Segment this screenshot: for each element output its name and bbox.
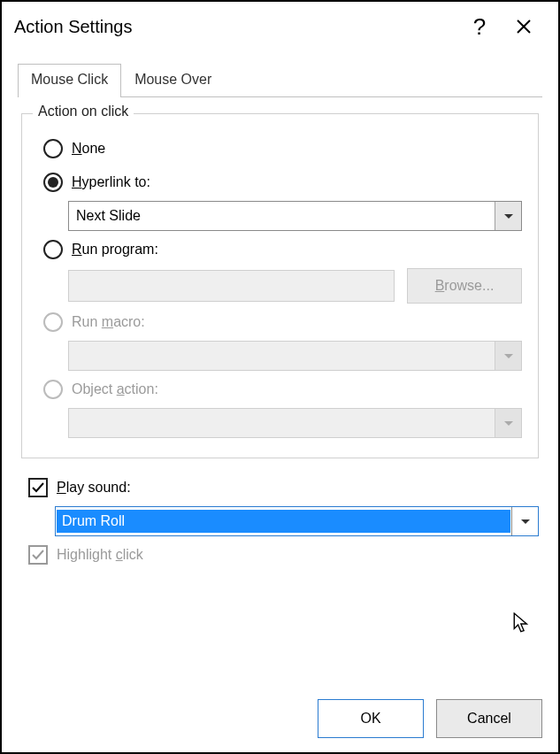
hyperlink-combo-row: Next Slide	[27, 201, 522, 231]
play-sound-row: Play sound:	[21, 473, 539, 503]
run-macro-combo-row	[27, 341, 522, 371]
tab-mouse-click[interactable]: Mouse Click	[18, 64, 121, 97]
object-action-select	[68, 408, 522, 438]
label-hyperlink: Hyperlink to:	[72, 174, 150, 190]
ok-button[interactable]: OK	[318, 699, 424, 738]
radio-none[interactable]	[43, 139, 63, 158]
checkmark-icon	[31, 481, 45, 495]
option-run-program-row: Run program:	[27, 235, 522, 265]
play-sound-value: Drum Roll	[57, 510, 510, 533]
label-none: None	[72, 141, 105, 157]
chevron-down-icon	[504, 214, 513, 219]
label-highlight-click: Highlight click	[57, 547, 143, 563]
highlight-click-row: Highlight click	[21, 540, 539, 570]
option-object-action-row: Object action:	[27, 374, 522, 404]
run-program-input-row: Browse...	[27, 268, 522, 304]
help-button[interactable]: ?	[457, 9, 502, 44]
play-sound-dropdown-button[interactable]	[511, 507, 538, 535]
run-program-path-field	[68, 270, 395, 302]
titlebar: Action Settings ?	[2, 2, 558, 50]
action-on-click-group: Action on click None Hyperlink to: Next …	[21, 113, 539, 458]
action-settings-dialog: Action Settings ? Mouse Click Mouse Over…	[0, 0, 560, 754]
help-icon: ?	[473, 13, 486, 41]
checkbox-highlight-click	[28, 545, 48, 565]
tab-mouse-over[interactable]: Mouse Over	[121, 64, 225, 96]
tab-bar: Mouse Click Mouse Over	[18, 64, 542, 97]
object-action-dropdown-button	[495, 409, 521, 437]
radio-run-program[interactable]	[43, 240, 63, 259]
hyperlink-target-select[interactable]: Next Slide	[68, 201, 522, 231]
chevron-down-icon	[504, 354, 513, 358]
option-run-macro-row: Run macro:	[27, 307, 522, 337]
dialog-footer: OK Cancel	[318, 699, 542, 738]
chevron-down-icon	[521, 519, 530, 524]
option-none-row: None	[27, 134, 522, 164]
play-sound-select[interactable]: Drum Roll	[55, 506, 539, 536]
hyperlink-target-value: Next Slide	[69, 208, 495, 224]
content-area: Mouse Click Mouse Over Action on click N…	[2, 50, 558, 577]
checkmark-icon	[31, 548, 45, 562]
run-macro-select	[68, 341, 522, 371]
tab-panel-mouse-click: Action on click None Hyperlink to: Next …	[18, 97, 542, 577]
browse-button: Browse...	[407, 268, 522, 304]
label-object-action: Object action:	[72, 381, 158, 397]
mouse-cursor-icon	[513, 612, 533, 635]
dialog-title: Action Settings	[14, 17, 457, 37]
run-macro-dropdown-button	[495, 342, 521, 370]
cancel-button[interactable]: Cancel	[436, 699, 542, 738]
chevron-down-icon	[504, 421, 513, 426]
group-legend: Action on click	[33, 104, 134, 119]
object-action-combo-row	[27, 408, 522, 438]
label-play-sound: Play sound:	[57, 480, 131, 496]
radio-dot-icon	[48, 177, 58, 188]
hyperlink-dropdown-button[interactable]	[495, 202, 521, 230]
play-sound-combo-row: Drum Roll	[21, 506, 539, 536]
label-run-macro: Run macro:	[72, 314, 145, 330]
radio-object-action	[43, 380, 63, 399]
close-button[interactable]	[502, 9, 546, 44]
close-icon	[516, 19, 532, 35]
option-hyperlink-row: Hyperlink to:	[27, 167, 522, 197]
label-run-program: Run program:	[72, 242, 158, 258]
radio-run-macro	[43, 312, 63, 332]
radio-hyperlink[interactable]	[43, 173, 63, 192]
checkbox-play-sound[interactable]	[28, 478, 48, 497]
